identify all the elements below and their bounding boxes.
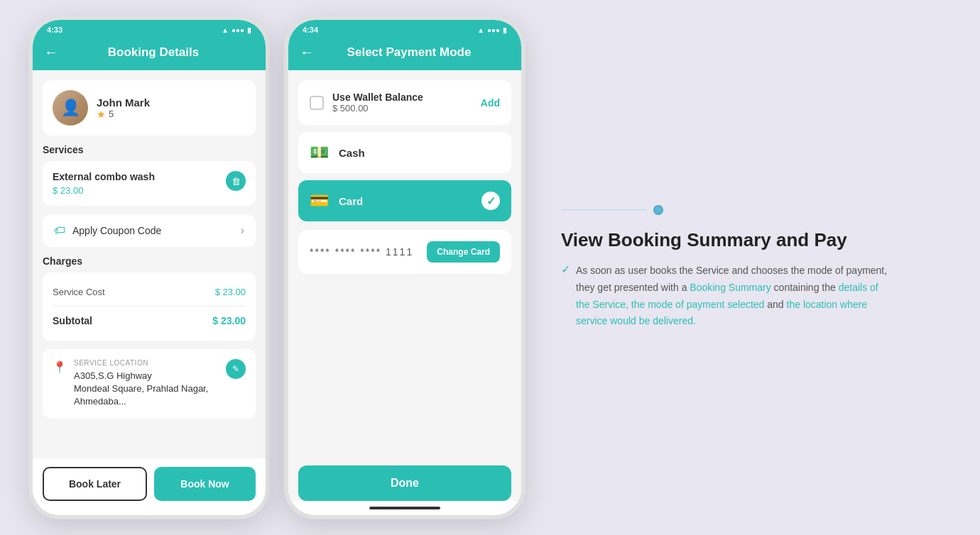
header-1: ← Booking Details <box>33 37 266 70</box>
avatar: 👤 <box>53 90 88 126</box>
service-info: External combo wash $ 23.00 <box>53 171 155 196</box>
charges-label: Charges <box>43 255 256 267</box>
service-card: External combo wash $ 23.00 🗑 <box>43 161 256 206</box>
subtotal-row: Subtotal $ 23.00 <box>53 311 246 331</box>
info-check-icon: ✓ <box>561 263 570 276</box>
chevron-right-icon: › <box>241 224 244 237</box>
user-name: John Mark <box>97 96 150 109</box>
phone-payment: 4:34 ▲ ●●● ▮ ← Select Payment Mode Use W… <box>284 16 526 519</box>
service-cost-label: Service Cost <box>53 287 105 297</box>
bottom-actions: Book Later Book Now <box>33 458 266 515</box>
wifi-icon: ▲ <box>222 26 229 34</box>
highlight-payment: the mode of payment selected <box>631 299 765 310</box>
book-now-button[interactable]: Book Now <box>154 467 256 501</box>
card-check-icon: ✓ <box>481 192 500 210</box>
connector <box>561 205 930 215</box>
wallet-title: Use Wallet Balance <box>332 92 423 103</box>
location-address-line1: A305,S.G Highway <box>74 370 226 382</box>
connector-line <box>561 209 646 210</box>
service-name: External combo wash <box>53 171 155 182</box>
info-panel: View Booking Summary and Pay ✓ As soon a… <box>540 191 952 344</box>
wifi-icon-2: ▲ <box>477 26 484 34</box>
services-label: Services <box>43 144 256 155</box>
status-bar-1: 4:33 ▲ ●●● ▮ <box>33 20 266 37</box>
location-text: SERVICE LOCATION A305,S.G Highway Mondea… <box>74 359 226 409</box>
wallet-checkbox[interactable] <box>310 96 324 110</box>
coupon-label: Apply Coupon Code <box>72 225 241 236</box>
home-indicator-2 <box>288 501 521 515</box>
battery-icon-2: ▮ <box>503 26 507 34</box>
home-bar-2 <box>369 507 440 509</box>
rating-value: 5 <box>109 109 114 119</box>
payment-content: Use Wallet Balance $ 500.00 Add 💵 Cash 💳… <box>288 70 521 501</box>
subtotal-value: $ 23.00 <box>212 315 246 326</box>
status-icons-1: ▲ ●●● ▮ <box>222 26 251 34</box>
done-button[interactable]: Done <box>298 465 511 501</box>
location-edit-button[interactable]: ✎ <box>226 359 246 379</box>
card-label: Card <box>339 195 472 207</box>
wallet-add-button[interactable]: Add <box>481 97 500 109</box>
card-number: **** **** **** 1111 <box>310 246 413 258</box>
coupon-row[interactable]: 🏷 Apply Coupon Code › <box>43 214 256 247</box>
user-card: 👤 John Mark ★ 5 <box>43 80 256 136</box>
wallet-info: Use Wallet Balance $ 500.00 <box>332 92 423 114</box>
time-label-1: 4:33 <box>47 26 62 34</box>
coupon-icon: 🏷 <box>54 224 65 237</box>
location-card: 📍 SERVICE LOCATION A305,S.G Highway Mond… <box>43 349 256 419</box>
service-cost-row: Service Cost $ 23.00 <box>53 282 246 302</box>
signal-icon: ●●● <box>232 26 244 34</box>
connector-dot <box>653 205 663 215</box>
change-card-button[interactable]: Change Card <box>427 241 500 263</box>
location-inner: 📍 SERVICE LOCATION A305,S.G Highway Mond… <box>53 359 226 409</box>
avatar-image: 👤 <box>53 90 88 126</box>
time-label-2: 4:34 <box>303 26 318 34</box>
card-option[interactable]: 💳 Card ✓ <box>298 180 511 221</box>
location-address-line2: Mondeal Square, Prahlad Nagar, Ahmedaba.… <box>74 382 226 408</box>
info-description-row: ✓ As soon as user books the Service and … <box>561 263 930 330</box>
status-bar-2: 4:34 ▲ ●●● ▮ <box>288 20 521 37</box>
header-2: ← Select Payment Mode <box>288 37 521 70</box>
header-title-2: Select Payment Mode <box>322 45 496 60</box>
booking-content: 👤 John Mark ★ 5 Services External combo … <box>33 70 266 501</box>
user-rating: ★ 5 <box>97 109 150 120</box>
location-label: SERVICE LOCATION <box>74 359 226 367</box>
phone-booking-details: 4:33 ▲ ●●● ▮ ← Booking Details 👤 John Ma… <box>28 16 270 519</box>
highlight-details: details of <box>839 282 878 293</box>
card-number-row: **** **** **** 1111 Change Card <box>298 230 511 274</box>
status-icons-2: ▲ ●●● ▮ <box>477 26 507 34</box>
back-button-1[interactable]: ← <box>44 44 58 60</box>
charges-divider <box>53 306 246 307</box>
service-cost-value: $ 23.00 <box>215 287 246 297</box>
cash-label: Cash <box>339 147 500 159</box>
wallet-amount: $ 500.00 <box>332 103 423 114</box>
highlight-booking-summary: Booking Summary <box>690 282 771 293</box>
back-button-2[interactable]: ← <box>300 44 314 60</box>
info-body: As soon as user books the Service and ch… <box>576 263 888 330</box>
info-title: View Booking Summary and Pay <box>561 229 930 251</box>
charges-card: Service Cost $ 23.00 Subtotal $ 23.00 <box>43 272 256 341</box>
header-title-1: Booking Details <box>67 45 240 60</box>
battery-icon: ▮ <box>247 26 251 34</box>
service-price: $ 23.00 <box>53 185 155 196</box>
signal-icon-2: ●●● <box>487 26 500 34</box>
wallet-card: Use Wallet Balance $ 500.00 Add <box>298 80 511 125</box>
star-icon: ★ <box>97 109 106 120</box>
cash-icon: 💵 <box>310 143 329 162</box>
user-info: John Mark ★ 5 <box>97 96 150 120</box>
highlight-service: the Service, <box>576 299 628 310</box>
book-later-button[interactable]: Book Later <box>43 467 147 501</box>
delete-service-button[interactable]: 🗑 <box>226 171 246 191</box>
cash-option[interactable]: 💵 Cash <box>298 132 511 173</box>
card-icon: 💳 <box>310 192 329 210</box>
subtotal-label: Subtotal <box>53 315 92 326</box>
location-pin-icon: 📍 <box>53 360 67 409</box>
wallet-left: Use Wallet Balance $ 500.00 <box>310 92 423 114</box>
